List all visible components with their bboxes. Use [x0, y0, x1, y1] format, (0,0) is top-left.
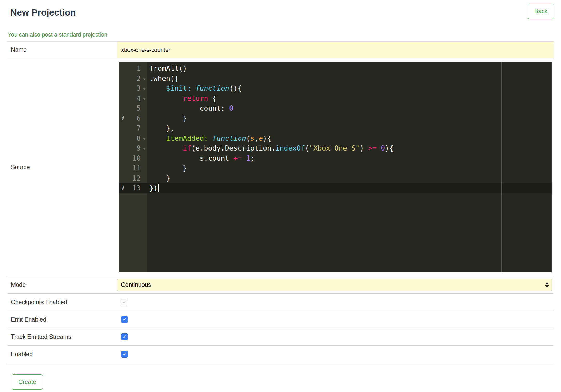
track-emitted-streams-cell: ✓: [117, 328, 554, 346]
line-number: 9: [136, 143, 141, 153]
code-line: 8▾ ItemAdded: function(s,e){: [119, 133, 552, 144]
page-header: New Projection Back: [0, 0, 561, 19]
new-projection-page: New Projection Back You can also post a …: [0, 0, 561, 390]
line-number: 3: [136, 83, 141, 94]
source-row: Source 1fromAll()2▾.when({3▾ $init: func…: [7, 58, 554, 276]
code-line: 5 count: 0: [119, 103, 552, 113]
select-arrows-icon: [545, 282, 549, 287]
code-text: s.count += 1;: [147, 153, 254, 163]
mode-label: Mode: [7, 276, 117, 294]
code-line: 3▾ $init: function(){: [119, 83, 552, 94]
gutter-cell: 1: [119, 63, 147, 74]
code-text: $init: function(){: [147, 83, 242, 94]
mode-select[interactable]: Continuous: [117, 279, 552, 291]
gutter-cell: 2▾: [119, 74, 147, 84]
projection-form: Name Source 1fromAll()2▾.when({3▾ $init:…: [7, 41, 554, 363]
annotation-info-icon: i: [121, 183, 124, 193]
enabled-row: Enabled ✓: [7, 346, 554, 363]
source-cell: 1fromAll()2▾.when({3▾ $init: function(){…: [117, 58, 554, 276]
name-row: Name: [7, 42, 554, 58]
name-cell: [117, 42, 554, 58]
emit-enabled-cell: ✓: [117, 311, 554, 328]
gutter-cell: 8▾: [119, 133, 147, 144]
gutter-cell: 11: [119, 163, 147, 173]
emit-enabled-checkbox[interactable]: ✓: [121, 316, 128, 323]
track-emitted-streams-row: Track Emitted Streams ✓: [7, 328, 554, 346]
code-text: fromAll(): [147, 63, 187, 74]
fold-arrow-icon[interactable]: ▾: [143, 94, 146, 104]
code-line: i6 }: [119, 113, 552, 124]
line-number: 5: [136, 103, 141, 113]
code-line: 7 },: [119, 123, 552, 133]
code-text: count: 0: [147, 103, 233, 113]
emit-enabled-row: Emit Enabled ✓: [7, 311, 554, 328]
enabled-label: Enabled: [7, 346, 117, 363]
gutter-cell: 4▾: [119, 94, 147, 104]
gutter-cell: 9▾: [119, 143, 147, 153]
gutter-cell: 3▾: [119, 83, 147, 94]
check-icon: ✓: [123, 300, 126, 304]
code-text: ItemAdded: function(s,e){: [147, 133, 271, 144]
code-lines: 1fromAll()2▾.when({3▾ $init: function(){…: [119, 63, 552, 193]
gutter-cell: i13: [119, 183, 147, 193]
line-number: 4: [136, 94, 141, 104]
gutter-cell: 10: [119, 153, 147, 163]
mode-cell: Continuous: [117, 276, 554, 294]
source-label: Source: [7, 58, 117, 276]
code-line: 10 s.count += 1;: [119, 153, 552, 163]
track-emitted-streams-checkbox[interactable]: ✓: [121, 333, 128, 340]
code-text: }: [147, 173, 170, 183]
code-line: 4▾ return {: [119, 94, 552, 104]
fold-arrow-icon[interactable]: ▾: [143, 134, 146, 144]
gutter-cell: 5: [119, 103, 147, 113]
code-text: }: [147, 113, 187, 124]
line-number: 8: [136, 133, 141, 144]
checkpoints-enabled-label: Checkpoints Enabled: [7, 294, 117, 311]
checkpoints-enabled-checkbox: ✓: [121, 299, 128, 305]
code-line: 9▾ if(e.body.Description.indexOf("Xbox O…: [119, 143, 552, 153]
fold-arrow-icon[interactable]: ▾: [143, 144, 146, 154]
mode-row: Mode Continuous: [7, 276, 554, 294]
standard-projection-link[interactable]: You can also post a standard projection: [8, 31, 107, 38]
check-icon: ✓: [123, 352, 126, 357]
line-number: 13: [132, 183, 141, 193]
code-line: 1fromAll(): [119, 63, 552, 74]
line-number: 10: [132, 153, 141, 163]
emit-enabled-label: Emit Enabled: [7, 311, 117, 328]
page-title: New Projection: [10, 7, 76, 18]
code-line: i13}): [119, 183, 552, 193]
check-icon: ✓: [123, 317, 126, 322]
fold-arrow-icon[interactable]: ▾: [143, 84, 146, 94]
annotation-info-icon: i: [121, 113, 124, 124]
create-button[interactable]: Create: [12, 374, 43, 390]
mode-selected-value: Continuous: [121, 281, 151, 288]
source-code-editor[interactable]: 1fromAll()2▾.when({3▾ $init: function(){…: [119, 62, 552, 272]
line-number: 1: [136, 63, 141, 74]
line-number: 7: [136, 123, 141, 133]
code-text: }: [147, 163, 187, 173]
fold-arrow-icon[interactable]: ▾: [143, 74, 146, 84]
code-line: 2▾.when({: [119, 74, 552, 84]
code-text: }): [147, 183, 159, 193]
back-button[interactable]: Back: [528, 4, 554, 19]
print-margin-ruler: [501, 62, 502, 272]
code-text: .when({: [147, 74, 179, 84]
code-line: 11 }: [119, 163, 552, 173]
gutter-cell: i6: [119, 113, 147, 124]
code-line: 12 }: [119, 173, 552, 183]
line-number: 2: [136, 74, 141, 84]
enabled-checkbox[interactable]: ✓: [121, 351, 128, 358]
gutter-cell: 12: [119, 173, 147, 183]
line-number: 6: [136, 113, 141, 124]
text-cursor: [158, 184, 159, 192]
check-icon: ✓: [123, 334, 126, 339]
name-label: Name: [7, 42, 117, 58]
enabled-cell: ✓: [117, 346, 554, 363]
track-emitted-streams-label: Track Emitted Streams: [7, 328, 117, 346]
name-input[interactable]: [117, 42, 554, 58]
code-text: return {: [147, 94, 217, 104]
gutter-cell: 7: [119, 123, 147, 133]
code-text: },: [147, 123, 175, 133]
line-number: 11: [132, 163, 141, 173]
checkpoints-enabled-row: Checkpoints Enabled ✓: [7, 294, 554, 311]
